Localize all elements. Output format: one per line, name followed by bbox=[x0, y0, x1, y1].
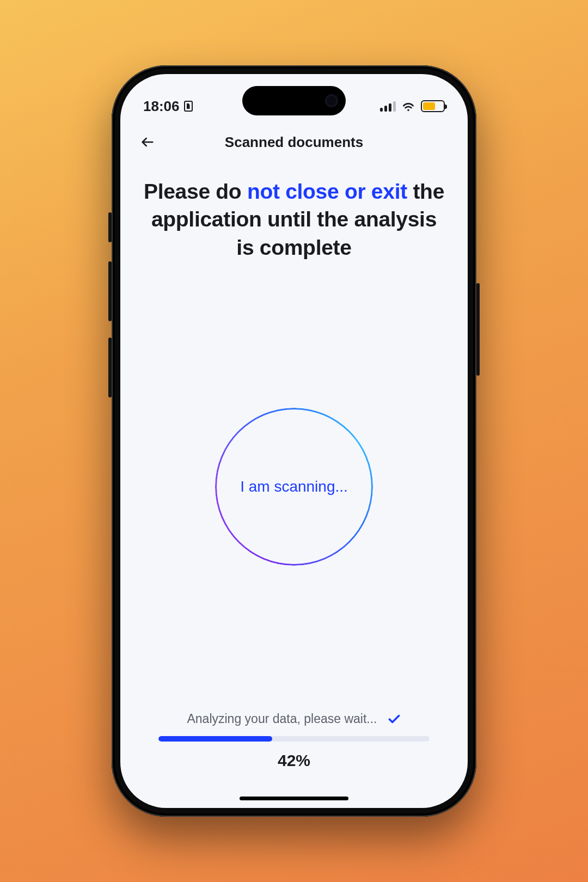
silent-switch bbox=[108, 212, 112, 242]
scan-area: I am scanning... bbox=[120, 261, 468, 712]
cellular-signal-icon bbox=[380, 101, 396, 112]
headline-part1: Please do bbox=[144, 180, 247, 203]
volume-down-button bbox=[108, 338, 112, 397]
progress-percent: 42% bbox=[158, 751, 430, 770]
progress-bar bbox=[158, 736, 430, 742]
back-button[interactable] bbox=[137, 131, 158, 153]
wifi-icon bbox=[401, 101, 415, 112]
check-icon bbox=[387, 712, 401, 726]
status-time: 18:06 bbox=[143, 98, 180, 115]
progress-status-text: Analyzing your data, please wait... bbox=[187, 712, 377, 726]
status-left: 18:06 bbox=[143, 98, 193, 115]
battery-fill bbox=[423, 102, 435, 110]
nav-bar: Scanned documents bbox=[120, 123, 468, 161]
page-title: Scanned documents bbox=[225, 134, 363, 151]
warning-headline: Please do not close or exit the applicat… bbox=[120, 161, 468, 261]
power-button bbox=[476, 283, 480, 376]
scan-label: I am scanning... bbox=[240, 478, 348, 495]
headline-highlight: not close or exit bbox=[247, 180, 407, 203]
progress-bar-fill bbox=[158, 736, 272, 742]
screen: 18:06 Scanned documents bbox=[120, 74, 468, 808]
arrow-left-icon bbox=[140, 134, 155, 150]
status-right bbox=[380, 100, 445, 112]
phone-frame: 18:06 Scanned documents bbox=[112, 65, 476, 817]
volume-up-button bbox=[108, 261, 112, 321]
battery-icon bbox=[421, 100, 445, 112]
progress-area: Analyzing your data, please wait... 42% bbox=[120, 712, 468, 808]
progress-status-row: Analyzing your data, please wait... bbox=[158, 712, 430, 726]
scan-indicator: I am scanning... bbox=[215, 408, 373, 566]
sim-icon bbox=[184, 101, 193, 112]
home-indicator[interactable] bbox=[240, 797, 348, 800]
status-bar: 18:06 bbox=[120, 74, 468, 123]
